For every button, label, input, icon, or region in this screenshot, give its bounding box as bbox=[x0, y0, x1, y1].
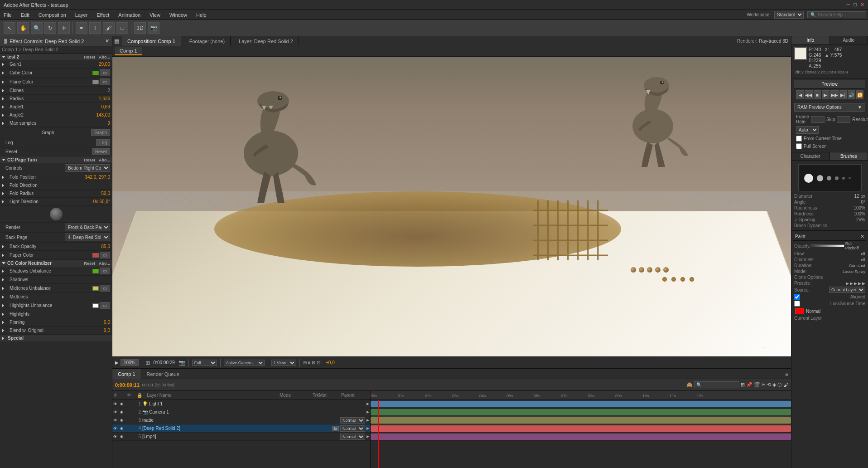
track-row-camera[interactable] bbox=[371, 408, 791, 416]
shadows-unbalance-swatch[interactable] bbox=[92, 269, 99, 273]
quality-dropdown[interactable]: Full Half Quarter bbox=[192, 360, 217, 366]
about-btn3[interactable]: Abo... bbox=[99, 261, 110, 266]
zoom-level[interactable]: 100% bbox=[121, 359, 139, 366]
tool1[interactable]: ⊞ bbox=[741, 382, 745, 388]
prev-frame-btn[interactable]: ◀◀ bbox=[805, 90, 813, 99]
angle2-value[interactable]: 143,00 bbox=[83, 112, 110, 117]
tab-layer[interactable]: Layer: Deep Red Solid 2 bbox=[233, 36, 299, 46]
hardness-value[interactable]: 100% bbox=[854, 211, 865, 216]
opacity-value[interactable]: Roll Pitchoff bbox=[845, 241, 865, 250]
tool-rotate[interactable]: ↻ bbox=[44, 22, 56, 34]
tab-brushes[interactable]: Brushes bbox=[830, 152, 868, 160]
menu-item-file[interactable]: File bbox=[2, 12, 14, 18]
workspace-dropdown[interactable]: Standard bbox=[774, 11, 804, 19]
view-options[interactable]: ⊞ ≡ ⊠ ⊡ bbox=[303, 360, 320, 365]
cube-color-picker[interactable]: ▭ bbox=[100, 69, 110, 76]
menu-item-animation[interactable]: Animation bbox=[116, 12, 142, 18]
highlights-unbalance-picker[interactable]: ▭ bbox=[100, 302, 110, 309]
reset-btn[interactable]: Reset bbox=[84, 55, 95, 59]
tab-info[interactable]: Info bbox=[791, 36, 830, 44]
section-cc-page-turn[interactable]: CC Page Turn Reset Abo... bbox=[0, 156, 112, 163]
tab-composition[interactable]: Composition: Comp 1 bbox=[122, 36, 181, 46]
layer-row[interactable]: 👁 ◉ 5 [Lmp4] Normal ▶ bbox=[112, 433, 370, 441]
preset2[interactable]: ▶ bbox=[850, 281, 853, 286]
render-dropdown[interactable]: Front & Back Page bbox=[65, 224, 110, 231]
menu-item-composition[interactable]: Composition bbox=[37, 12, 68, 18]
tool-pen[interactable]: ✒ bbox=[76, 22, 87, 34]
spacing-value[interactable]: 25% bbox=[856, 217, 865, 222]
loop-btn[interactable]: 🔁 bbox=[856, 90, 864, 99]
hide-shy-btn[interactable]: 🙈 bbox=[686, 382, 693, 388]
highlights-unbalance-swatch[interactable] bbox=[92, 303, 99, 308]
aligned-checkbox[interactable] bbox=[794, 294, 800, 300]
preset3[interactable]: ▶ bbox=[854, 281, 857, 286]
controls-dropdown[interactable]: Bottom Right Corr bbox=[65, 164, 110, 172]
tool8[interactable]: 🖌 bbox=[783, 382, 788, 388]
paper-color-picker[interactable]: ▭ bbox=[100, 252, 110, 258]
tool-camera[interactable]: 📷 bbox=[148, 22, 159, 34]
maximize-btn[interactable]: □ bbox=[854, 2, 857, 8]
solo-toggle[interactable]: ◉ bbox=[120, 402, 125, 406]
layer-row[interactable]: 👁 ◉ 1 💡 Light 1 ▶ bbox=[112, 400, 370, 408]
layer-expand[interactable]: ▶ bbox=[366, 426, 369, 430]
track-row-deep-red[interactable] bbox=[371, 424, 791, 433]
from-current-checkbox[interactable] bbox=[796, 136, 802, 141]
max-samples-value[interactable]: 9 bbox=[83, 121, 110, 126]
layer-mode-dropdown[interactable]: Normal bbox=[340, 425, 365, 432]
tab-preview[interactable]: Preview bbox=[794, 80, 865, 88]
tab-footage[interactable]: Footage: (none) bbox=[184, 36, 231, 46]
angle1-value[interactable]: 0,69 bbox=[83, 104, 110, 109]
menu-item-layer[interactable]: Layer bbox=[73, 12, 90, 18]
light-direction-dial[interactable] bbox=[50, 208, 63, 220]
log-btn[interactable]: Log bbox=[96, 139, 110, 146]
layer-row[interactable]: 👁 ◉ 2 📷 Camera 1 ▶ bbox=[112, 408, 370, 416]
tab-audio[interactable]: Audio bbox=[830, 36, 868, 44]
tab-character[interactable]: Character bbox=[791, 152, 830, 160]
solo-toggle[interactable]: ◉ bbox=[120, 434, 125, 439]
search-help-field[interactable] bbox=[818, 12, 863, 17]
tool-paint[interactable]: 🖌 bbox=[103, 22, 115, 34]
layer-expand[interactable]: ▶ bbox=[366, 418, 369, 422]
source-dropdown[interactable]: Current Layer bbox=[829, 287, 865, 293]
preset4[interactable]: ▶ bbox=[858, 281, 861, 286]
channels-value[interactable]: nff bbox=[861, 258, 865, 262]
track-row-lmp[interactable] bbox=[371, 433, 791, 441]
layer-row-selected[interactable]: 👁 ◉ 4 [Deep Red Solid 2] fx Normal ▶ bbox=[112, 424, 370, 433]
opacity-slider[interactable] bbox=[811, 244, 844, 247]
menu-item-view[interactable]: View bbox=[148, 12, 162, 18]
solo-toggle[interactable]: ◉ bbox=[120, 418, 125, 422]
skip-input[interactable]: 0 bbox=[837, 116, 850, 123]
full-screen-checkbox[interactable] bbox=[796, 143, 802, 149]
roundness-value[interactable]: 100% bbox=[854, 205, 865, 210]
panel-menu-icon[interactable]: ≡ bbox=[785, 371, 788, 377]
menu-item-edit[interactable]: Edit bbox=[19, 12, 31, 18]
section-test2[interactable]: test 2 Reset Abo... bbox=[0, 54, 112, 60]
section-cc-color-neutralizer[interactable]: CC Color Neutralizer Reset Abo... bbox=[0, 260, 112, 267]
last-frame-btn[interactable]: ▶| bbox=[839, 90, 847, 99]
clones-value[interactable]: 2 bbox=[83, 88, 110, 93]
about-btn2[interactable]: Abo... bbox=[99, 158, 110, 162]
back-opacity-value[interactable]: 85,0 bbox=[83, 244, 110, 249]
paper-color-swatch[interactable] bbox=[92, 253, 99, 258]
back-page-dropdown[interactable]: 4. Deep Red Solid bbox=[65, 234, 110, 241]
ram-preview-options[interactable]: RAM Preview Options ▼ bbox=[794, 103, 865, 112]
tool-hand[interactable]: ✋ bbox=[17, 22, 29, 34]
comp-1-subtab[interactable]: Comp 1 bbox=[115, 47, 142, 55]
tool5[interactable]: ⟲ bbox=[767, 382, 771, 388]
fold-position-value[interactable]: 342,0, 297,0 bbox=[85, 175, 110, 180]
solo-toggle[interactable]: ◉ bbox=[120, 410, 125, 414]
camera-dropdown[interactable]: Active Camera bbox=[224, 360, 265, 366]
grid-icon[interactable]: ⊞ bbox=[145, 360, 150, 366]
tool3[interactable]: 🎬 bbox=[754, 382, 760, 388]
tool2[interactable]: 📌 bbox=[746, 382, 752, 388]
audio-btn[interactable]: 🔊 bbox=[848, 90, 855, 99]
view-count-dropdown[interactable]: 1 View bbox=[271, 360, 296, 366]
section-special[interactable]: Special bbox=[0, 335, 112, 341]
next-frame-btn[interactable]: ▶▶ bbox=[830, 90, 839, 99]
timeline-search[interactable] bbox=[694, 381, 739, 388]
tool-3d[interactable]: 3D bbox=[134, 22, 146, 34]
shadows-unbalance-picker[interactable]: ▭ bbox=[100, 268, 110, 274]
lock-source-checkbox[interactable] bbox=[794, 301, 800, 307]
tool6[interactable]: ◈ bbox=[772, 382, 776, 388]
gain1-value[interactable]: 29,00 bbox=[83, 62, 110, 67]
